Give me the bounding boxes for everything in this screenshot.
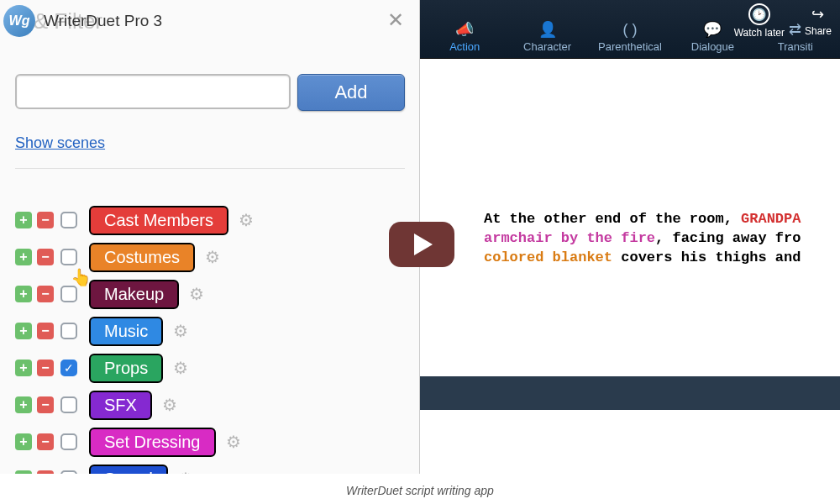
gear-icon[interactable]: ⚙ [205, 247, 220, 267]
tag-row: +−Cast Members⚙ [15, 203, 254, 237]
toolbar-item-character[interactable]: 👤Character [506, 20, 588, 53]
editor-bottom-bar [420, 376, 840, 410]
gear-icon[interactable]: ⚙ [239, 210, 254, 230]
tag-chip[interactable]: Music [89, 317, 163, 346]
gear-icon[interactable]: ⚙ [173, 358, 188, 378]
tag-checkbox[interactable] [60, 212, 77, 228]
collapse-icon[interactable]: − [37, 212, 54, 228]
script-text: At the other end of the room, [484, 211, 741, 227]
share-label: Share [805, 25, 832, 37]
collapse-icon[interactable]: − [37, 433, 54, 450]
tag-list: +−Cast Members⚙+−Costumes⚙+−Makeup⚙+−Mus… [15, 203, 254, 474]
video-frame: Wg WriterDuet Pro 3 g & Filter ✕ Add Sho… [0, 0, 840, 474]
script-page[interactable]: At the other end of the room, GRANDPA ar… [420, 59, 840, 474]
expand-icon[interactable]: + [15, 212, 32, 228]
element-toolbar: 🕑 Watch later ↪ Share 📣Action👤Character(… [420, 0, 840, 59]
toolbar-item-label: Transiti [778, 40, 813, 53]
gear-icon[interactable]: ⚙ [162, 395, 177, 415]
tag-chip[interactable]: Set Dressing [89, 428, 216, 457]
expand-icon[interactable]: + [15, 249, 32, 265]
parenthetical-icon: ( ) [623, 21, 638, 39]
tag-checkbox[interactable] [60, 470, 77, 474]
toolbar-item-label: Dialogue [691, 40, 734, 53]
tag-chip[interactable]: Props [89, 354, 163, 383]
tag-row: +−Makeup⚙ [15, 277, 254, 311]
collapse-icon[interactable]: − [37, 396, 54, 413]
dialogue-icon: 💬 [703, 20, 722, 39]
expand-icon[interactable]: + [15, 323, 32, 339]
collapse-icon[interactable]: − [37, 249, 54, 265]
youtube-play-button[interactable] [389, 222, 454, 267]
tag-chip[interactable]: Makeup [89, 280, 179, 309]
close-icon[interactable]: ✕ [387, 8, 404, 32]
app-title-row: Wg WriterDuet Pro 3 [3, 5, 162, 37]
app-title: WriterDuet Pro 3 [44, 12, 162, 30]
collapse-icon[interactable]: − [37, 286, 54, 302]
figure-caption: WriterDuet script writing app [0, 484, 840, 497]
tag-checkbox[interactable] [60, 249, 77, 265]
tagged-cast-member: GRANDPA [741, 211, 801, 227]
gear-icon[interactable]: ⚙ [173, 321, 188, 341]
watch-later-icon: 🕑 [748, 3, 770, 25]
toolbar-item-label: Character [523, 40, 571, 53]
toolbar-item-label: Parenthetical [598, 40, 662, 53]
tag-checkbox[interactable] [60, 323, 77, 339]
youtube-controls: 🕑 Watch later ↪ Share [734, 3, 832, 39]
show-scenes-link[interactable]: Show scenes [15, 134, 105, 152]
add-button[interactable]: Add [297, 74, 405, 111]
script-text: , facing away fro [655, 230, 801, 246]
tag-row: +−Music⚙ [15, 314, 254, 348]
expand-icon[interactable]: + [15, 396, 32, 413]
share-icon: ↪ [811, 5, 824, 24]
tag-checkbox[interactable] [60, 286, 77, 302]
collapse-icon[interactable]: − [37, 360, 54, 376]
toolbar-item-parenthetical[interactable]: ( )Parenthetical [589, 21, 671, 53]
tagged-set-dressing: armchair by the fire [484, 230, 655, 246]
gear-icon[interactable]: ⚙ [178, 469, 193, 474]
tag-chip[interactable]: Costumes [89, 243, 195, 272]
collapse-icon[interactable]: − [37, 470, 54, 474]
gear-icon[interactable]: ⚙ [189, 284, 204, 304]
tag-chip[interactable]: Cast Members [89, 206, 228, 235]
expand-icon[interactable]: + [15, 286, 32, 302]
script-text: covers his thighs and [612, 249, 801, 265]
toolbar-item-label: Action [449, 40, 480, 53]
expand-icon[interactable]: + [15, 433, 32, 450]
share-button[interactable]: ↪ Share [805, 5, 832, 37]
tag-checkbox[interactable] [60, 433, 77, 450]
tag-chip[interactable]: SFX [89, 391, 152, 420]
expand-icon[interactable]: + [15, 360, 32, 376]
gear-icon[interactable]: ⚙ [226, 432, 241, 452]
expand-icon[interactable]: + [15, 470, 32, 474]
tag-row: +−Props⚙ [15, 351, 254, 385]
tag-row: +−Set Dressing⚙ [15, 425, 254, 459]
tag-filter-panel: g & Filter ✕ Add Show scenes +−Cast Memb… [0, 0, 420, 474]
panel-divider [15, 168, 405, 169]
tagged-costume: colored blanket [484, 249, 612, 265]
character-icon: 👤 [538, 20, 557, 39]
tag-row: +−SFX⚙ [15, 388, 254, 422]
toolbar-item-action[interactable]: 📣Action [423, 20, 506, 53]
tag-row: +−Costumes⚙ [15, 240, 254, 274]
collapse-icon[interactable]: − [37, 323, 54, 339]
tag-chip[interactable]: Sound [89, 465, 168, 475]
app-logo: Wg [3, 5, 35, 37]
tag-checkbox[interactable] [60, 396, 77, 413]
editor-pane: 🕑 Watch later ↪ Share 📣Action👤Character(… [420, 0, 840, 474]
action-icon: 📣 [455, 20, 474, 39]
watch-later-button[interactable]: 🕑 Watch later [734, 3, 785, 39]
tag-row: +−Sound⚙ [15, 462, 254, 474]
tag-name-input[interactable] [15, 74, 291, 109]
tag-checkbox[interactable] [60, 360, 77, 376]
watch-later-label: Watch later [734, 27, 785, 39]
